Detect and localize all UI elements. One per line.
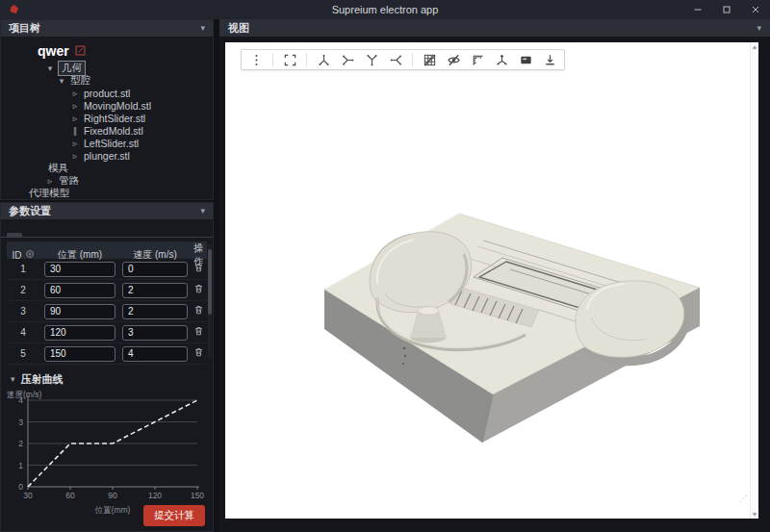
svg-text:60: 60	[65, 491, 75, 500]
tree-item[interactable]: ▾ 几何	[1, 63, 213, 74]
position-input[interactable]	[44, 304, 116, 319]
tree-item[interactable]: ▹ plunger.stl	[1, 150, 213, 162]
table-row: 3	[7, 301, 207, 322]
svg-text:90: 90	[108, 491, 117, 500]
tree-item-label: 型腔	[70, 74, 90, 88]
tab[interactable]	[7, 233, 22, 237]
fit-view-button[interactable]	[282, 52, 297, 67]
add-row-icon[interactable]	[25, 249, 35, 261]
velocity-input[interactable]	[122, 304, 188, 319]
axis-view-2-button[interactable]	[340, 52, 355, 67]
mesh-grid-button[interactable]	[422, 52, 437, 67]
table-row: 2	[7, 280, 207, 301]
submit-calculation-button[interactable]: 提交计算	[143, 505, 205, 526]
tree-item[interactable]: ▹ 管路	[1, 175, 213, 187]
tree-item[interactable]: ▹ product.stl	[1, 88, 213, 99]
position-input[interactable]	[44, 262, 116, 277]
row-id: 3	[7, 306, 39, 317]
3d-model-mold[interactable]	[318, 202, 710, 446]
position-input[interactable]	[44, 346, 116, 362]
rename-project-icon[interactable]	[75, 43, 86, 59]
tree-item-icon: ▹	[70, 152, 80, 161]
velocity-input[interactable]	[122, 283, 188, 298]
parameters-title: 参数设置	[9, 204, 51, 218]
viewport-toolbar	[241, 49, 565, 70]
titlebar: Supreium electron app	[0, 0, 770, 19]
tree-item[interactable]: ∥ FixedMold.stl	[1, 125, 213, 137]
velocity-input[interactable]	[122, 346, 188, 362]
scroll-up-icon[interactable]: ▲	[752, 43, 758, 50]
collapse-panel-icon[interactable]: ▾	[200, 24, 205, 33]
tree-item[interactable]: ▹ LeftSlider.stl	[1, 138, 213, 149]
trash-icon	[193, 262, 204, 276]
project-tree: ▾ 几何 ▾ 型腔 ▹ product.stl ▹ MovingMold.stl	[1, 63, 213, 199]
svg-text:30: 30	[23, 491, 33, 500]
col-position: 位置 (mm)	[39, 248, 120, 262]
table-row: 4	[7, 322, 207, 343]
tree-item[interactable]: ▹ MovingMold.stl	[1, 100, 213, 112]
minimize-button[interactable]	[683, 0, 712, 19]
tree-item-icon: ▹	[70, 114, 80, 123]
injection-curve-header[interactable]: ▾ 压射曲线	[1, 365, 213, 389]
tree-item-label: product.stl	[84, 88, 130, 99]
table-row: 5	[7, 343, 207, 365]
tree-item[interactable]: 模具	[1, 163, 213, 174]
project-tree-title: 项目树	[9, 21, 40, 36]
3d-viewport[interactable]: ▲ ▼ ⋰	[225, 42, 758, 519]
tree-item[interactable]: ▾ 型腔	[1, 75, 213, 87]
delete-row-button[interactable]	[190, 325, 207, 340]
project-root-item[interactable]: qwer	[1, 41, 213, 62]
trash-icon	[193, 304, 204, 318]
project-tree-panel: 项目树 ▾ qwer ▾ 几何 ▾	[0, 19, 214, 200]
close-button[interactable]	[741, 0, 770, 19]
scroll-down-icon[interactable]: ▼	[752, 511, 758, 518]
tree-item-icon: ▾	[45, 64, 55, 73]
tree-item-label: 代理模型	[29, 187, 69, 200]
delete-row-button[interactable]	[190, 262, 207, 276]
axis-view-4-button[interactable]	[388, 52, 403, 67]
tree-item-label: 管路	[59, 174, 79, 188]
params-scrollbar[interactable]	[208, 243, 212, 359]
delete-row-button[interactable]	[190, 304, 207, 318]
left-sidebar: 项目树 ▾ qwer ▾ 几何 ▾	[0, 19, 214, 532]
velocity-input[interactable]	[122, 325, 188, 341]
download-button[interactable]	[542, 52, 557, 67]
app-logo-icon	[9, 4, 20, 15]
kebab-menu-button[interactable]	[248, 52, 264, 67]
trash-icon	[193, 325, 204, 340]
delete-row-button[interactable]	[190, 346, 207, 361]
position-input[interactable]	[44, 283, 116, 298]
tree-item[interactable]: ▹ RightSlider.stl	[1, 113, 213, 124]
viewport-scrollbar[interactable]: ▲ ▼	[750, 42, 758, 519]
view-header: 视图 ▾	[219, 19, 770, 37]
screenshot-button[interactable]	[518, 52, 533, 67]
collapse-section-icon[interactable]: ▾	[11, 375, 15, 384]
trash-icon	[193, 283, 204, 297]
collapse-panel-icon[interactable]: ▾	[757, 24, 761, 33]
parameters-header: 参数设置 ▾	[1, 203, 213, 219]
window-controls	[683, 0, 770, 19]
svg-text:150: 150	[191, 491, 204, 500]
tree-item-label: MovingMold.stl	[84, 100, 151, 112]
velocity-input[interactable]	[122, 262, 188, 277]
row-id: 2	[7, 285, 39, 295]
svg-text:120: 120	[148, 491, 162, 500]
collapse-panel-icon[interactable]: ▾	[200, 207, 205, 215]
axes-button[interactable]	[494, 52, 509, 67]
scale-ruler-button[interactable]	[470, 52, 485, 67]
tree-item[interactable]: 代理模型	[1, 188, 213, 199]
app-window: Supreium electron app 项目树 ▾ qwer	[0, 0, 770, 532]
tab[interactable]	[24, 233, 39, 237]
resize-grip-icon[interactable]: ⋰	[739, 494, 748, 503]
maximize-button[interactable]	[712, 0, 741, 19]
svg-text:2: 2	[18, 439, 23, 448]
delete-row-button[interactable]	[190, 283, 207, 297]
svg-text:1: 1	[18, 461, 23, 470]
hide-mesh-button[interactable]	[446, 52, 461, 67]
axis-view-1-button[interactable]	[316, 52, 331, 67]
window-control-icon	[693, 3, 703, 17]
scrollbar-thumb[interactable]	[208, 249, 212, 315]
tree-item-label: 模具	[48, 162, 68, 175]
position-input[interactable]	[44, 325, 116, 341]
axis-view-3-button[interactable]	[364, 52, 379, 67]
